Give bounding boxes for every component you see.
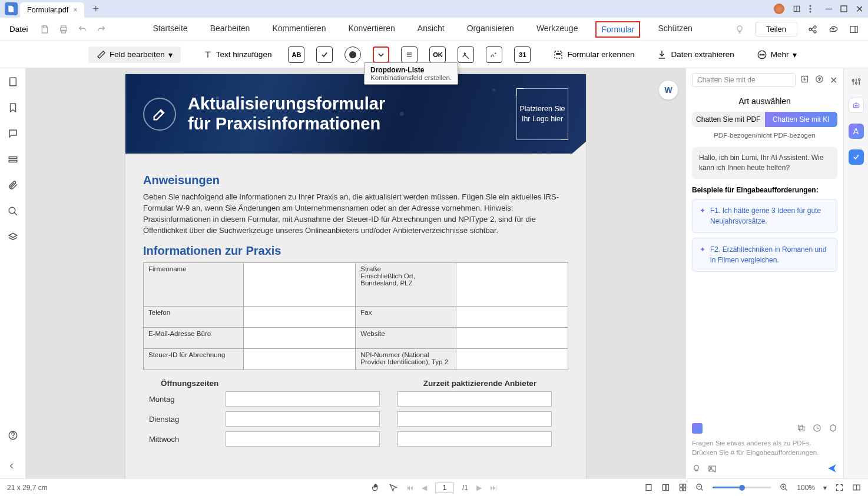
menu-tab-konvertieren[interactable]: Konvertieren [348,24,395,35]
chat-search-input[interactable]: Chatten Sie mit de [692,73,796,87]
input-hours-mon[interactable] [226,391,380,407]
dropdown-field-icon[interactable] [373,46,389,63]
input-phone[interactable] [244,307,356,328]
new-chat-icon[interactable] [800,75,809,86]
hand-tool-icon[interactable] [371,483,380,492]
kebab-menu-icon[interactable] [809,5,811,13]
input-fax[interactable] [456,307,568,328]
input-provider-1[interactable] [397,391,552,407]
input-hours-tue[interactable] [226,411,380,427]
prev-page-icon[interactable]: ◀ [422,484,427,492]
fit-page-icon[interactable] [644,483,653,492]
document-tab[interactable]: Formular.pdf × [20,2,84,18]
ai-check-icon[interactable] [849,149,864,165]
close-tab-icon[interactable]: × [73,6,77,14]
radio-field-icon[interactable] [344,46,361,63]
recognize-form-button[interactable]: Formular erkennen [553,49,634,60]
input-provider-3[interactable] [397,431,552,447]
user-avatar[interactable] [774,4,784,14]
zoom-dropdown-icon[interactable]: ▾ [823,484,827,492]
ai-translate-icon[interactable]: A [849,124,864,139]
chat-image-icon[interactable] [708,464,717,473]
word-export-badge[interactable]: W [658,80,678,100]
chat-copy-icon[interactable] [797,424,806,432]
menu-tab-werkzeuge[interactable]: Werkzeuge [536,24,578,35]
chat-settings-icon[interactable] [829,424,837,432]
print-icon[interactable] [59,25,68,34]
toggle-chat-ai[interactable]: Chatten Sie mit KI [765,112,838,127]
fields-icon[interactable] [8,154,18,165]
comments-icon[interactable] [8,128,18,139]
menu-tab-schuetzen[interactable]: Schützen [658,24,692,35]
first-page-icon[interactable]: ⏮ [406,484,413,492]
input-npi[interactable] [456,349,568,370]
input-website[interactable] [456,328,568,349]
zoom-out-icon[interactable] [695,483,704,492]
chat-example-2[interactable]: ✦F2. Erzähltechniken in Romanen und in F… [692,238,837,272]
chat-app-icon[interactable] [692,423,703,434]
select-tool-icon[interactable] [389,483,398,492]
close-chat-icon[interactable]: ✕ [830,75,837,86]
close-window-icon[interactable]: ✕ [856,4,863,15]
menu-file[interactable]: Datei [9,25,28,34]
menu-tab-startseite[interactable]: Startseite [153,24,188,35]
zoom-slider[interactable] [713,487,771,488]
more-button[interactable]: Mehr ▾ [757,49,797,60]
chat-input-placeholder[interactable]: Fragen Sie etwas anderes als zu PDFs. Dr… [692,438,837,457]
collapse-sidebar-icon[interactable] [8,462,18,472]
panel-toggle-icon[interactable] [849,25,859,34]
checkbox-field-icon[interactable] [316,46,333,63]
chat-example-1[interactable]: ✦F1. Ich hätte gerne 3 Ideen für gute Ne… [692,199,837,233]
input-company[interactable] [244,263,356,307]
chat-lightbulb-icon[interactable] [692,464,701,473]
menu-tab-ansicht[interactable]: Ansicht [418,24,445,35]
redo-icon[interactable] [97,25,106,34]
ai-robot-icon[interactable] [849,98,864,113]
input-email[interactable] [244,328,356,349]
list-field-icon[interactable] [401,46,418,63]
document-page[interactable]: Aktualisierungsformular für Praxisinform… [125,74,586,478]
search-icon[interactable] [8,206,18,217]
button-field-icon[interactable]: OK [429,46,446,63]
field-edit-button[interactable]: Feld bearbeiten ▾ [88,46,181,63]
date-field-icon[interactable]: 31 [514,46,531,63]
signature-field-icon[interactable] [486,46,502,63]
zoom-in-icon[interactable] [780,483,789,492]
menu-tab-formular[interactable]: Formular [595,21,640,38]
window-mode-icon[interactable] [793,5,801,13]
next-page-icon[interactable]: ▶ [476,484,482,492]
thumbnails-icon[interactable] [8,76,18,87]
view-continuous-icon[interactable] [678,483,687,492]
toggle-chat-pdf[interactable]: Chatten Sie mit PDF [692,112,765,127]
view-single-icon[interactable] [661,483,670,492]
share-button[interactable]: Teilen [755,22,797,36]
last-page-icon[interactable]: ⏭ [490,484,497,492]
menu-tab-kommentieren[interactable]: Kommentieren [272,24,326,35]
add-text-button[interactable]: Text hinzufügen [203,50,272,59]
adjust-icon[interactable] [851,76,862,87]
menu-tab-bearbeiten[interactable]: Bearbeiten [210,24,250,35]
new-tab-button[interactable]: + [88,3,104,15]
maximize-icon[interactable] [840,5,847,12]
text-field-icon[interactable]: AB [288,46,304,63]
input-taxid[interactable] [244,349,356,370]
fullscreen-icon[interactable] [835,483,844,492]
bookmarks-icon[interactable] [8,102,18,113]
zoom-percent[interactable]: 100% [797,484,815,492]
link-share-icon[interactable] [808,25,817,34]
cloud-icon[interactable] [828,25,839,34]
menu-tab-organisieren[interactable]: Organisieren [467,24,514,35]
input-street[interactable] [456,263,568,307]
undo-icon[interactable] [78,25,87,34]
chat-send-icon[interactable] [827,463,837,474]
help-icon[interactable] [8,430,18,441]
lightbulb-icon[interactable] [735,25,744,34]
layers-icon[interactable] [8,232,18,242]
page-number-input[interactable] [435,482,454,493]
chat-help-icon[interactable]: ? [815,75,824,86]
chat-history-icon[interactable] [813,424,821,432]
input-hours-wed[interactable] [226,431,380,447]
read-mode-icon[interactable] [852,483,861,492]
extract-data-button[interactable]: Daten extrahieren [657,49,734,60]
input-provider-2[interactable] [397,411,552,427]
